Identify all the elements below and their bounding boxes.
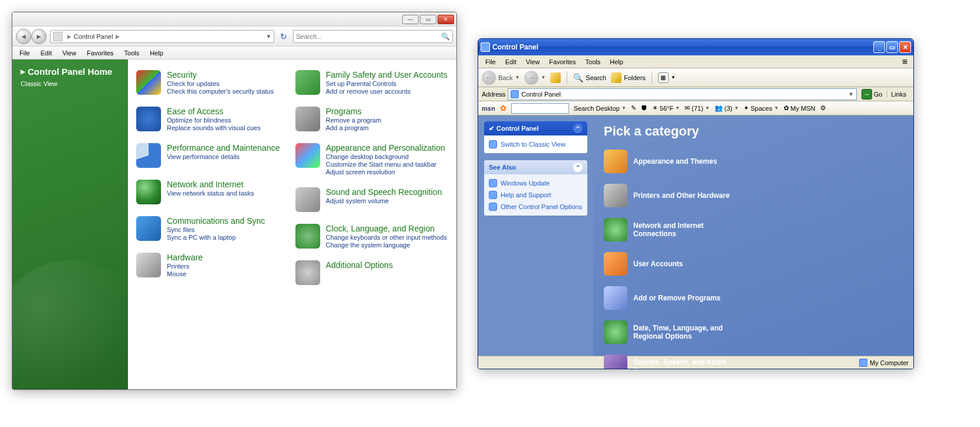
links-toolbar[interactable]: Links — [887, 91, 910, 98]
category-task-link[interactable]: Adjust screen resolution — [326, 168, 445, 176]
minimize-button[interactable]: _ — [873, 41, 885, 53]
nav-up-button[interactable] — [550, 72, 561, 83]
category-task-link[interactable]: Check for updates — [167, 80, 274, 87]
weather-button[interactable]: ☀ 56°F ▼ — [652, 104, 680, 112]
panel-header[interactable]: See Also ⌃ — [484, 160, 587, 174]
category-task-link[interactable]: Change the system language — [326, 241, 447, 249]
close-button[interactable]: ✕ — [899, 41, 911, 53]
category-item[interactable]: Printers and Other Hardware — [604, 184, 745, 207]
category-title[interactable]: Programs — [326, 107, 382, 116]
menu-help[interactable]: Help — [145, 48, 168, 58]
go-button[interactable]: → Go — [859, 89, 885, 100]
chevron-up-icon[interactable]: ⌃ — [573, 124, 583, 133]
category-task-link[interactable]: Adjust system volume — [326, 197, 442, 204]
maximize-button[interactable]: ▭ — [420, 15, 436, 24]
highlight-button[interactable]: ✎ — [631, 104, 636, 112]
category-title[interactable]: Additional Options — [326, 260, 393, 270]
category-item[interactable]: Add or Remove Programs — [604, 286, 745, 310]
category-task-link[interactable]: Sync a PC with a laptop — [167, 234, 265, 241]
msn-logo[interactable]: msn — [482, 105, 495, 112]
category-item[interactable]: Appearance and Themes — [604, 150, 745, 173]
breadcrumb-bar[interactable]: ▶ Control Panel ▶ ▼ — [50, 30, 274, 43]
search-button[interactable]: 🔍 Search — [573, 73, 606, 82]
search-desktop-button[interactable]: Search Desktop ▼ — [574, 105, 626, 112]
category-task-link[interactable]: Check this computer's security status — [167, 88, 274, 95]
category-task-link[interactable]: View performance details — [167, 153, 279, 160]
category-title[interactable]: Security — [167, 70, 274, 80]
windows-flag-icon[interactable]: ⊞ — [898, 57, 911, 67]
category-item[interactable]: Sounds, Speech, and Audio Devices — [604, 355, 745, 369]
category-task-link[interactable]: Change desktop background — [326, 153, 445, 160]
category-task-link[interactable]: Replace sounds with visual cues — [167, 124, 261, 131]
search-input[interactable] — [296, 33, 441, 40]
search-box[interactable]: 🔍 — [293, 30, 453, 43]
my-msn-button[interactable]: ✿ My MSN — [784, 104, 815, 112]
sidebar-classic-view-link[interactable]: Classic View — [21, 80, 120, 87]
menu-file[interactable]: File — [481, 57, 501, 67]
minimize-button[interactable]: — — [402, 15, 419, 24]
see-also-link[interactable]: Windows Update — [489, 179, 583, 187]
category-title[interactable]: Sound and Speech Recognition — [326, 187, 442, 197]
maximize-button[interactable]: ▭ — [886, 41, 898, 53]
menu-file[interactable]: File — [15, 48, 35, 58]
messenger-button[interactable]: 👥 (3) ▼ — [715, 104, 739, 112]
msn-options-button[interactable]: ⚙ — [820, 104, 826, 112]
category-item[interactable]: Date, Time, Language, and Regional Optio… — [604, 320, 745, 344]
mail-button[interactable]: ✉ (71) ▼ — [685, 104, 709, 112]
category-task-link[interactable]: Add a program — [326, 124, 382, 131]
category-title[interactable]: Communications and Sync — [167, 216, 265, 226]
popup-blocker-button[interactable]: ⛊ — [641, 105, 647, 112]
menu-help[interactable]: Help — [605, 57, 628, 67]
category-task-link[interactable]: Mouse — [167, 270, 203, 277]
category-title[interactable]: Appearance and Personalization — [326, 143, 445, 153]
spaces-button[interactable]: ✦ Spaces ▼ — [744, 104, 779, 112]
menu-tools[interactable]: Tools — [581, 57, 606, 67]
category-task-link[interactable]: Printers — [167, 263, 203, 270]
category-task-link[interactable]: Sync files — [167, 226, 265, 233]
chevron-down-icon[interactable]: ▼ — [849, 91, 854, 97]
menu-favorites[interactable]: Favorites — [544, 57, 580, 67]
sidebar-panel-control-panel: ✔ Control Panel ⌃ Switch to Classic View — [484, 121, 587, 153]
search-icon[interactable]: 🔍 — [441, 32, 450, 41]
folders-button[interactable]: Folders — [611, 72, 646, 83]
category-task-link[interactable]: Add or remove user accounts — [326, 88, 448, 95]
msn-search-combo[interactable] — [511, 103, 569, 114]
see-also-link[interactable]: Help and Support — [489, 191, 583, 199]
category-title[interactable]: Clock, Language, and Region — [326, 224, 447, 233]
category-title[interactable]: Network and Internet — [167, 180, 254, 189]
nav-forward-button[interactable]: → ▼ — [524, 71, 545, 85]
category-task-link[interactable]: Optimize for blindness — [167, 117, 261, 124]
sidebar-title[interactable]: ▶ Control Panel Home — [21, 67, 120, 77]
menu-view[interactable]: View — [521, 57, 545, 67]
category-task-link[interactable]: Set up Parental Controls — [326, 80, 448, 87]
category-item[interactable]: Network and Internet Connections — [604, 218, 745, 241]
menu-favorites[interactable]: Favorites — [82, 48, 118, 58]
panel-header[interactable]: ✔ Control Panel ⌃ — [484, 121, 587, 135]
menu-tools[interactable]: Tools — [120, 48, 144, 58]
breadcrumb-dropdown-icon[interactable]: ▼ — [266, 34, 271, 39]
category-task-link[interactable]: View network status and tasks — [167, 190, 254, 197]
category-item[interactable]: User Accounts — [604, 252, 745, 276]
nav-back-button[interactable]: ◄ — [16, 29, 31, 44]
views-button[interactable]: ▦ ▼ — [658, 72, 676, 83]
category-title[interactable]: Hardware — [167, 253, 203, 262]
close-button[interactable]: ✕ — [438, 15, 454, 24]
see-also-link[interactable]: Other Control Panel Options — [489, 203, 583, 211]
menu-view[interactable]: View — [58, 48, 81, 58]
switch-classic-view-link[interactable]: Switch to Classic View — [489, 140, 583, 148]
category-task-link[interactable]: Customize the Start menu and taskbar — [326, 161, 445, 168]
breadcrumb-item[interactable]: Control Panel — [74, 33, 113, 40]
refresh-button[interactable]: ↻ — [278, 31, 290, 42]
category-task-link[interactable]: Remove a program — [326, 117, 382, 124]
menu-edit[interactable]: Edit — [36, 48, 57, 58]
nav-forward-button[interactable]: ► — [31, 29, 47, 44]
category-title[interactable]: Ease of Access — [167, 107, 261, 116]
address-field[interactable]: Control Panel ▼ — [508, 88, 856, 100]
folder-up-icon — [550, 72, 561, 83]
category-title[interactable]: Family Safety and User Accounts — [326, 70, 448, 80]
category-title[interactable]: Performance and Maintenance — [167, 143, 279, 153]
chevron-up-icon[interactable]: ⌃ — [573, 163, 583, 172]
menu-edit[interactable]: Edit — [501, 57, 521, 67]
nav-back-button[interactable]: ← Back ▼ — [482, 71, 519, 85]
category-task-link[interactable]: Change keyboards or other input methods — [326, 234, 447, 241]
